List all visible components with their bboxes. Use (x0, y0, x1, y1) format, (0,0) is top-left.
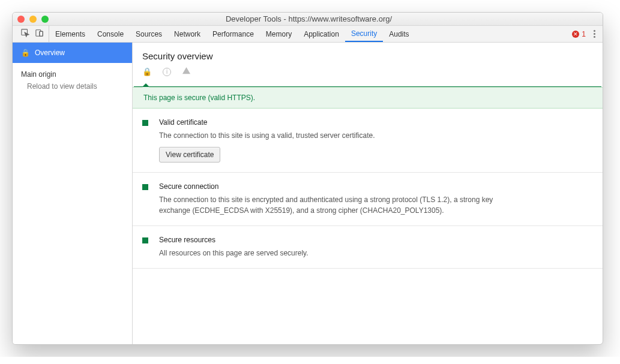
devtools-window: Developer Tools - https://www.writesoftw… (12, 12, 603, 345)
error-icon: ✕ (572, 31, 579, 38)
security-details: Valid certificate The connection to this… (133, 109, 603, 269)
detail-title: Secure connection (159, 182, 495, 191)
sidebar-section-main-origin: Main origin (13, 63, 132, 80)
close-window-button[interactable] (17, 16, 25, 23)
tab-security[interactable]: Security (345, 26, 383, 42)
tab-audits[interactable]: Audits (383, 26, 415, 42)
inspect-tools (16, 26, 49, 42)
device-toolbar-icon[interactable] (35, 29, 44, 39)
security-state-icons: 🔒 i (133, 66, 603, 81)
error-count: 1 (582, 30, 586, 38)
window-title: Developer Tools - https://www.writesoftw… (49, 14, 569, 23)
detail-secure-connection: Secure connection The connection to this… (133, 173, 603, 226)
tab-elements[interactable]: Elements (49, 26, 91, 42)
detail-title: Secure resources (159, 236, 308, 244)
warning-icon (182, 66, 191, 77)
tab-network[interactable]: Network (168, 26, 206, 42)
tab-sources[interactable]: Sources (130, 26, 168, 42)
window-titlebar: Developer Tools - https://www.writesoftw… (13, 13, 603, 26)
status-square-icon (142, 120, 148, 126)
svg-rect-2 (40, 31, 43, 36)
zoom-window-button[interactable] (41, 16, 49, 23)
more-options-button[interactable] (589, 30, 599, 38)
secure-banner: This page is secure (valid HTTPS). (133, 87, 603, 109)
sidebar-reload-hint: Reload to view details (13, 80, 132, 93)
detail-desc: All resources on this page are served se… (159, 248, 308, 258)
detail-title: Valid certificate (159, 118, 375, 127)
error-counter[interactable]: ✕ 1 (572, 30, 586, 38)
tab-performance[interactable]: Performance (206, 26, 260, 42)
secure-lock-icon: 🔒 (142, 67, 152, 76)
status-square-icon (142, 184, 148, 190)
tab-memory[interactable]: Memory (260, 26, 298, 42)
status-square-icon (142, 237, 148, 243)
detail-secure-resources: Secure resources All resources on this p… (133, 226, 603, 269)
detail-desc: The connection to this site is using a v… (159, 130, 375, 141)
devtools-toolbar: Elements Console Sources Network Perform… (13, 26, 603, 43)
tab-console[interactable]: Console (91, 26, 130, 42)
element-picker-icon[interactable] (21, 29, 29, 39)
panel-tabs: Elements Console Sources Network Perform… (49, 26, 415, 42)
security-sidebar: 🔒 Overview Main origin Reload to view de… (13, 43, 133, 344)
info-icon: i (163, 68, 171, 76)
minimize-window-button[interactable] (29, 16, 37, 23)
detail-desc: The connection to this site is encrypted… (159, 194, 495, 216)
tab-application[interactable]: Application (298, 26, 345, 42)
view-certificate-button[interactable]: View certificate (159, 147, 220, 163)
window-controls (17, 16, 49, 23)
security-main-panel: Security overview 🔒 i This page is secur… (133, 43, 603, 344)
sidebar-item-overview[interactable]: 🔒 Overview (13, 43, 132, 63)
state-indicator-underline (134, 81, 601, 87)
security-heading: Security overview (133, 43, 603, 66)
sidebar-overview-label: Overview (35, 49, 65, 57)
lock-icon: 🔒 (21, 49, 30, 57)
detail-valid-certificate: Valid certificate The connection to this… (133, 109, 603, 173)
